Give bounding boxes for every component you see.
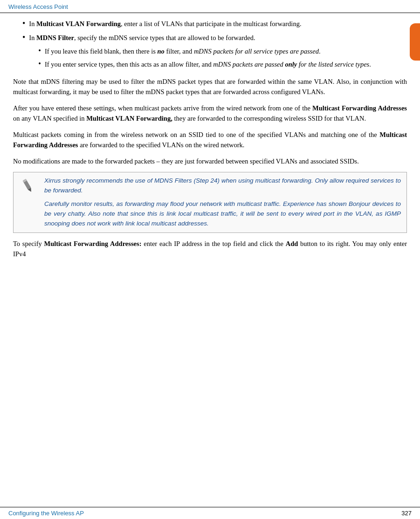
sub-bullet-text-2: If you enter service types, then this ac… — [45, 59, 407, 69]
bullet-text-2: In MDNS Filter, specify the mDNS service… — [29, 33, 407, 72]
bullet-item-1: • In Multicast VLAN Forwarding, enter a … — [22, 19, 407, 29]
sub-bullet-item-1: • If you leave this field blank, then th… — [38, 46, 407, 56]
para-no-modifications: No modifications are made to the forward… — [13, 156, 407, 166]
page-header: Wireless Access Point — [0, 0, 420, 13]
sub-bullet-list: • If you leave this field blank, then th… — [38, 46, 407, 70]
bullet-dot-2: • — [22, 33, 25, 43]
sub-bullet-item-2: • If you enter service types, then this … — [38, 59, 407, 69]
para-to-specify: To specify Multicast Forwarding Addresse… — [13, 239, 407, 260]
note-text: Xirrus strongly recommends the use of MD… — [44, 176, 401, 229]
note-para-1: Xirrus strongly recommends the use of MD… — [44, 176, 401, 196]
footer-right: 327 — [401, 510, 412, 517]
para-multicast-settings: After you have entered these settings, w… — [13, 103, 407, 124]
header-title: Wireless Access Point — [8, 3, 68, 10]
main-content: • In Multicast VLAN Forwarding, enter a … — [0, 13, 420, 507]
sub-bullet-dot-1: • — [38, 46, 41, 56]
note-box: Xirrus strongly recommends the use of MD… — [13, 172, 407, 233]
bullet-item-2: • In MDNS Filter, specify the mDNS servi… — [22, 33, 407, 72]
para-mdns-note: Note that mDNS filtering may be used to … — [13, 76, 407, 97]
bullet-dot-1: • — [22, 19, 25, 29]
top-bullet-list: • In Multicast VLAN Forwarding, enter a … — [22, 19, 407, 73]
footer-left: Configuring the Wireless AP — [8, 510, 84, 517]
sub-bullet-dot-2: • — [38, 59, 41, 69]
pencil-icon — [19, 177, 36, 194]
para-multicast-packets: Multicast packets coming in from the wir… — [13, 130, 407, 150]
note-para-2: Carefully monitor results, as forwarding… — [44, 199, 401, 229]
page-footer: Configuring the Wireless AP 327 — [0, 507, 420, 519]
sub-bullet-text-1: If you leave this field blank, then ther… — [45, 46, 407, 56]
note-icon — [19, 177, 39, 197]
bullet-text-1: In Multicast VLAN Forwarding, enter a li… — [29, 19, 407, 29]
orange-tab — [410, 23, 420, 61]
